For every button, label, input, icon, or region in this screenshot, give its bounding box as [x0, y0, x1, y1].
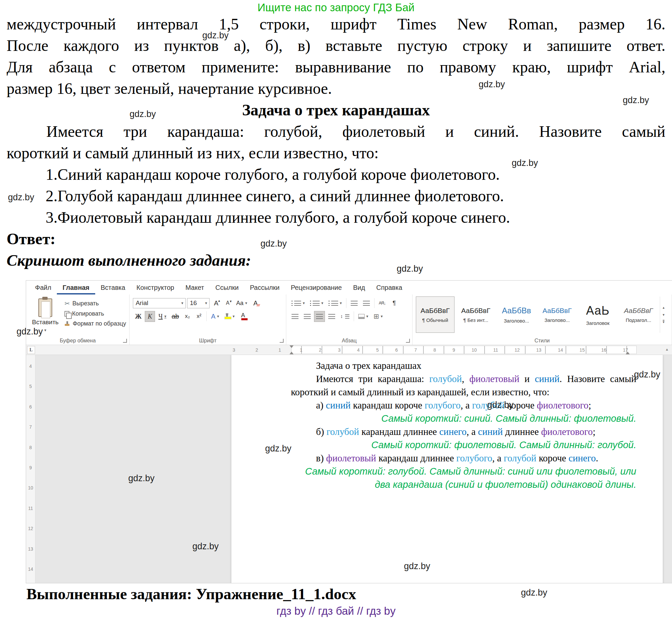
tab-selector[interactable]: L	[27, 346, 35, 354]
doc-text-run: , а	[492, 453, 504, 463]
style-option[interactable]: АаБбВвГ ¶ Без инт...	[457, 296, 495, 333]
intro-line: Для абзаца с ответом примените: выравнив…	[7, 56, 665, 78]
shading-icon	[358, 314, 365, 319]
menu-tab[interactable]: Главная	[57, 281, 95, 294]
doc-text-run: , а	[461, 400, 472, 411]
strikethrough-button[interactable]: ab	[170, 311, 181, 322]
bullets-button[interactable]	[290, 298, 307, 309]
bold-button[interactable]: Ж	[133, 311, 143, 322]
watermark: gdz.by	[265, 444, 292, 454]
style-option[interactable]: АаБбВв Заголово...	[497, 296, 536, 333]
group-label-styles: Стили	[413, 338, 672, 344]
ruler-number: 1	[278, 347, 282, 353]
line-spacing-button[interactable]	[338, 311, 351, 322]
menu-tab[interactable]: Файл	[30, 281, 57, 294]
underline-button[interactable]: Ч	[156, 311, 168, 322]
doc-text-run: ;	[593, 426, 595, 437]
menu-tab[interactable]: Справка	[371, 281, 408, 294]
align-left-button[interactable]	[290, 311, 300, 322]
format-painter-button[interactable]: Формат по образцу	[65, 320, 126, 327]
ruler-number: 11	[28, 506, 33, 511]
gallery-down-icon[interactable]	[663, 313, 665, 317]
doc-text-run: синий	[478, 426, 503, 437]
dialog-launcher-icon[interactable]	[123, 339, 127, 343]
ruler-number: 13	[536, 347, 542, 353]
highlight-color-button[interactable]	[222, 311, 237, 322]
doc-text-run: карандаш короче	[351, 400, 425, 411]
decrease-indent-button[interactable]	[349, 298, 360, 309]
doc-paragraph: а) синий карандаш короче голубого, а гол…	[291, 399, 636, 412]
menu-tab[interactable]: Конструктор	[131, 281, 180, 294]
italic-button[interactable]: К	[145, 311, 155, 322]
watermark: gdz.by	[487, 400, 514, 410]
doc-text-run: синий	[326, 400, 351, 411]
doc-text-run: длиннее	[503, 426, 541, 437]
align-center-button[interactable]	[302, 311, 313, 322]
style-option[interactable]: АаЬ Заголовок	[579, 296, 617, 333]
result-filename-line: Выполненные задания: Упражнение_11_1.doc…	[27, 585, 356, 603]
change-case-button[interactable]	[234, 298, 249, 309]
font-name-select[interactable]: Arial	[133, 298, 186, 308]
menu-tab[interactable]: Рецензирование	[285, 281, 347, 294]
doc-paragraph: Задача о трех карандашах	[291, 359, 636, 372]
ruler-number: 17	[622, 347, 629, 353]
gallery-up-icon[interactable]	[663, 305, 665, 309]
subscript-button[interactable]	[182, 311, 193, 322]
left-indent-marker[interactable]	[290, 350, 294, 354]
ruler-number: 8	[30, 445, 32, 450]
show-formatting-marks-button[interactable]	[389, 298, 399, 309]
ruler-number: 16	[601, 347, 607, 353]
shrink-font-button[interactable]	[222, 298, 233, 309]
doc-paragraph: Самый короткий: фиолетовый. Самый длинны…	[291, 438, 636, 451]
separator	[354, 311, 354, 321]
borders-button[interactable]	[372, 311, 385, 322]
style-option[interactable]: АаБбВвГ Заголово...	[538, 296, 577, 333]
doc-text-run: Самый короткий: голубой. Самый длинный: …	[305, 466, 636, 490]
watermark: gdz.by	[260, 239, 287, 249]
cut-button[interactable]: Вырезать	[65, 300, 126, 307]
shading-button[interactable]	[356, 311, 370, 322]
font-size-select[interactable]: 16	[187, 298, 210, 308]
first-line-indent-marker[interactable]	[290, 345, 294, 350]
style-name: ¶ Без инт...	[463, 317, 489, 323]
sort-button[interactable]	[377, 298, 388, 309]
answer-label: Ответ:	[7, 228, 665, 250]
multilevel-list-button[interactable]	[327, 298, 344, 309]
grow-font-button[interactable]	[211, 298, 221, 309]
justify-button[interactable]	[326, 311, 337, 322]
document-page[interactable]: Задача о трех карандашахИмеются три кара…	[232, 355, 663, 583]
copy-button[interactable]: Копировать	[65, 310, 126, 317]
dialog-launcher-icon[interactable]	[280, 339, 284, 343]
increase-indent-button[interactable]	[361, 298, 372, 309]
watermark: gdz.by	[193, 541, 219, 551]
format-painter-label: Формат по образцу	[73, 320, 126, 327]
site-footer: гдз by // гдз бай // гдз by	[0, 605, 672, 617]
font-color-button[interactable]	[238, 311, 248, 322]
menu-tab[interactable]: Вставка	[95, 281, 131, 294]
align-right-icon	[316, 314, 323, 319]
style-option[interactable]: АаБбВвГ Подзагол...	[619, 296, 658, 333]
menu-tab[interactable]: Макет	[180, 281, 210, 294]
gallery-more-icon[interactable]	[663, 320, 665, 324]
ribbon: Вставить Вырезать Копировать Формат по о…	[26, 294, 672, 345]
align-right-button[interactable]	[314, 311, 325, 322]
menu-tab[interactable]: Ссылки	[210, 281, 244, 294]
align-center-icon	[304, 314, 311, 319]
ruler-number: 3	[232, 347, 236, 353]
menu-tab[interactable]: Вид	[347, 281, 371, 294]
text-effects-button[interactable]	[209, 311, 221, 322]
horizontal-ruler[interactable]: L 321 1234567891011121314151617	[26, 345, 672, 355]
collapse-ribbon-icon[interactable]	[666, 347, 668, 351]
outdent-icon	[351, 301, 358, 306]
style-name: Заголово...	[544, 317, 570, 323]
ruler-number: 2	[255, 347, 259, 353]
numbering-button[interactable]	[308, 298, 325, 309]
menu-tab[interactable]: Рассылки	[244, 281, 285, 294]
clipboard-commands: Вырезать Копировать Формат по образцу	[65, 296, 126, 336]
superscript-button[interactable]	[194, 311, 204, 322]
dialog-launcher-icon[interactable]	[406, 339, 410, 343]
clear-formatting-button[interactable]	[251, 298, 261, 309]
group-label-paragraph: Абзац	[286, 338, 412, 344]
style-option[interactable]: АаБбВвГ ¶ Обычный	[416, 296, 455, 333]
doc-text-run: Самый короткий: синий. Самый длинный: фи…	[381, 413, 636, 424]
